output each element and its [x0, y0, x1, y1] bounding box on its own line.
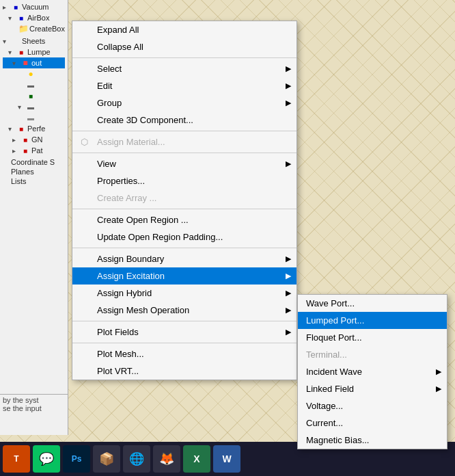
- item-label: Planes: [11, 168, 34, 176]
- item-label: Perfe: [27, 124, 45, 133]
- arrow-icon: ▶: [286, 64, 291, 73]
- taskbar-item-excel[interactable]: X: [183, 445, 210, 473]
- submenu-item-label: Lumped Port...: [306, 315, 364, 326]
- menu-icon-prefix: [81, 159, 94, 169]
- tree-item-coordsys[interactable]: Coordinate S: [3, 157, 65, 167]
- menu-collapse-all[interactable]: Collapse All: [72, 38, 297, 55]
- expand-icon: [18, 92, 26, 100]
- submenu-lumped-port[interactable]: Lumped Port...: [298, 312, 447, 329]
- menu-assign-material: ⬡ Assign Material...: [72, 133, 297, 150]
- menu-group[interactable]: Group ▶: [72, 94, 297, 111]
- tree-item-icon1[interactable]: ●: [3, 68, 65, 79]
- menu-assign-mesh-operation[interactable]: Assign Mesh Operation ▶: [72, 302, 297, 319]
- menu-assign-excitation[interactable]: Assign Excitation ▶: [72, 267, 297, 285]
- expand-icon: ▸: [3, 3, 11, 11]
- submenu-item-label: Linked Field: [306, 384, 354, 394]
- tree-item-icon2[interactable]: ▬: [3, 79, 65, 90]
- tree-view: ▸ ■ Vacuum ▾ ■ AirBox 📁 CreateBox ▾ Shee…: [0, 0, 68, 187]
- menu-item-label: Assign Boundary: [97, 254, 164, 264]
- taskbar-item-chrome[interactable]: 🌐: [123, 445, 150, 473]
- item-icon: ■: [26, 91, 36, 101]
- menu-select[interactable]: Select ▶: [72, 60, 297, 77]
- submenu-wave-port[interactable]: Wave Port...: [298, 295, 447, 312]
- item-label: CreateBox: [29, 25, 65, 33]
- tree-item-planes[interactable]: Planes: [3, 167, 65, 176]
- menu-separator-4: [72, 209, 297, 209]
- submenu-item-label: Incident Wave: [306, 367, 362, 377]
- tree-item-icon3[interactable]: ■: [3, 90, 65, 101]
- submenu-voltage[interactable]: Voltage...: [298, 397, 447, 414]
- taskbar-item-wechat[interactable]: 💬: [33, 445, 60, 473]
- menu-create-3d[interactable]: Create 3D Component...: [72, 111, 297, 129]
- menu-plot-vrt[interactable]: Plot VRT...: [72, 362, 297, 380]
- menu-properties[interactable]: Properties...: [72, 172, 297, 189]
- item-icon: ▬: [26, 80, 36, 90]
- arrow-icon: ▶: [286, 306, 291, 315]
- menu-separator-7: [72, 343, 297, 343]
- item-label: Vacuum: [22, 3, 49, 11]
- menu-create-open-region[interactable]: Create Open Region ...: [72, 211, 297, 228]
- item-icon: ■: [20, 58, 30, 68]
- menu-plot-mesh[interactable]: Plot Mesh...: [72, 345, 297, 362]
- submenu-incident-wave[interactable]: Incident Wave ▶: [298, 363, 447, 380]
- tree-item-perfe[interactable]: ▾ ■ Perfe: [3, 123, 65, 134]
- menu-plot-fields[interactable]: Plot Fields ▶: [72, 323, 297, 341]
- item-icon: ■: [16, 124, 26, 133]
- menu-icon-prefix: [81, 254, 94, 264]
- tree-item-createbox[interactable]: 📁 CreateBox: [3, 23, 65, 34]
- menu-item-label: Create 3D Component...: [97, 115, 193, 125]
- menu-icon-prefix: [81, 25, 94, 35]
- menu-expand-all[interactable]: Expand All: [72, 21, 297, 38]
- submenu-floquet-port[interactable]: Floquet Port...: [298, 329, 447, 346]
- item-label: Lumpe: [27, 48, 51, 56]
- item-icon: ■: [20, 135, 30, 144]
- arrow-icon: ▶: [286, 98, 291, 107]
- item-icon: ■: [16, 13, 26, 23]
- item-label: out: [31, 59, 42, 67]
- menu-separator-5: [72, 248, 297, 248]
- submenu-item-label: Terminal...: [306, 349, 347, 360]
- submenu-current[interactable]: Current...: [298, 414, 447, 432]
- expand-icon: ▾: [8, 125, 16, 133]
- tree-item-airbox[interactable]: ▾ ■ AirBox: [3, 12, 65, 23]
- menu-icon-prefix: [81, 288, 94, 298]
- menu-edit[interactable]: Edit ▶: [72, 77, 297, 94]
- menu-view[interactable]: View ▶: [72, 155, 297, 172]
- tree-item-out[interactable]: ▾ ■ out: [3, 57, 65, 68]
- tree-item-icon4[interactable]: ▾ ▬: [3, 101, 65, 112]
- tree-item-icon5[interactable]: ▬: [3, 112, 65, 123]
- taskbar-item-word[interactable]: W: [213, 445, 240, 473]
- taskbar-item-firefox[interactable]: 🦊: [153, 445, 180, 473]
- tree-item-gn[interactable]: ▸ ■ GN: [3, 134, 65, 145]
- menu-assign-hybrid[interactable]: Assign Hybrid ▶: [72, 285, 297, 302]
- menu-update-open-region[interactable]: Update Open Region Padding...: [72, 228, 297, 246]
- arrow-icon: ▶: [286, 159, 291, 168]
- taskbar-item-ps[interactable]: Ps: [63, 445, 90, 473]
- item-label: Sheets: [22, 37, 45, 45]
- submenu-magnetic-bias[interactable]: Magnetic Bias...: [298, 432, 447, 449]
- menu-separator-1: [72, 57, 297, 58]
- left-panel: ▸ ■ Vacuum ▾ ■ AirBox 📁 CreateBox ▾ Shee…: [0, 0, 68, 424]
- menu-assign-boundary[interactable]: Assign Boundary ▶: [72, 250, 297, 267]
- context-menu: Expand All Collapse All Select ▶ Edit ▶ …: [72, 21, 297, 380]
- folder-icon: 📁: [18, 24, 28, 34]
- menu-icon-prefix: [81, 176, 94, 186]
- tree-item-lists[interactable]: Lists: [3, 176, 65, 186]
- menu-icon-prefix: [81, 98, 94, 108]
- tree-item-vacuum[interactable]: ▸ ■ Vacuum: [3, 1, 65, 12]
- tree-item-pat[interactable]: ▸ ■ Pat: [3, 145, 65, 156]
- submenu-linked-field[interactable]: Linked Field ▶: [298, 380, 447, 397]
- submenu-item-label: Voltage...: [306, 401, 343, 411]
- menu-icon-prefix: [81, 271, 94, 281]
- taskbar-item-tex[interactable]: T: [3, 445, 30, 473]
- expand-icon: ▾: [8, 14, 16, 22]
- tree-item-sheets[interactable]: ▾ Sheets: [3, 36, 65, 47]
- tree-item-lumpe[interactable]: ▾ ■ Lumpe: [3, 47, 65, 57]
- menu-separator-2: [72, 131, 297, 131]
- menu-icon-prefix: [81, 349, 94, 359]
- taskbar-item-app4[interactable]: 📦: [93, 445, 120, 473]
- item-label: Coordinate S: [11, 158, 55, 166]
- menu-icon-prefix: [81, 42, 94, 52]
- menu-item-label: Collapse All: [97, 42, 143, 52]
- menu-icon-prefix: [81, 115, 94, 125]
